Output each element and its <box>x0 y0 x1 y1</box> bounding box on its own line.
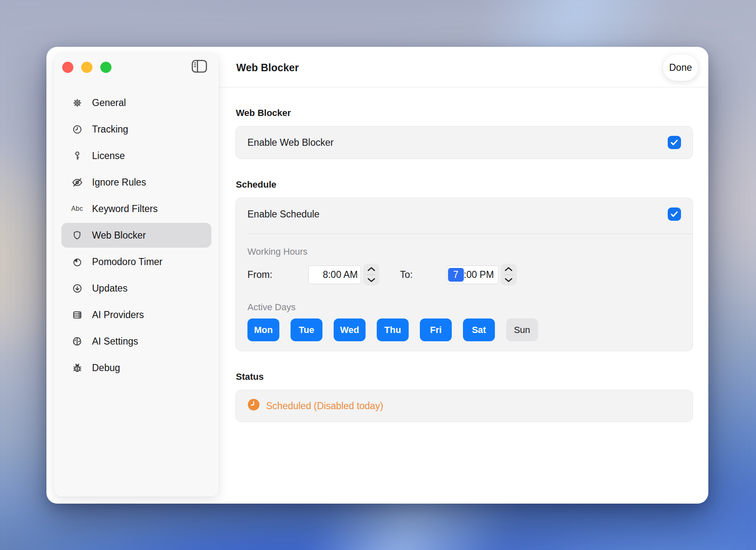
done-button[interactable]: Done <box>663 55 698 81</box>
day-button-fri[interactable]: Fri <box>420 318 452 341</box>
sidebar-toggle-icon <box>191 60 207 75</box>
close-window-button[interactable] <box>62 62 73 73</box>
sidebar-toggle-button[interactable] <box>191 60 207 74</box>
sidebar-item-updates[interactable]: Updates <box>61 276 211 301</box>
settings-window: Web Blocker Done Gen <box>46 47 708 504</box>
page-title: Web Blocker <box>236 62 299 74</box>
sidebar-item-license[interactable]: License <box>61 143 211 168</box>
sidebar-item-label: License <box>92 150 125 162</box>
sidebar-item-label: AI Settings <box>92 336 138 347</box>
day-button-sun[interactable]: Sun <box>506 318 538 341</box>
web-blocker-section-heading: Web Blocker <box>236 108 693 118</box>
from-label: From: <box>247 269 272 280</box>
sidebar-item-ai-providers[interactable]: AI Providers <box>61 302 211 327</box>
schedule-card-divider <box>248 234 693 234</box>
working-hours-row: From: 8:00 AM To: 7 :00 PM <box>247 264 681 285</box>
sidebar-item-label: Debug <box>92 362 120 374</box>
to-label: To: <box>400 269 413 280</box>
brain-icon <box>71 335 83 347</box>
schedule-section-heading: Schedule <box>236 179 693 190</box>
shield-icon <box>71 229 83 241</box>
day-button-sat[interactable]: Sat <box>463 318 495 341</box>
sidebar-item-general[interactable]: General <box>61 90 211 115</box>
sidebar-nav: GeneralTrackingLicenseIgnore RulesAbcKey… <box>61 90 211 382</box>
to-time-rest: :00 PM <box>464 269 494 280</box>
key-icon <box>71 150 83 162</box>
stepper-divider <box>504 275 514 275</box>
status-text: Scheduled (Disabled today) <box>266 400 383 412</box>
checkmark-icon <box>670 211 678 217</box>
sidebar-item-label: Tracking <box>92 124 128 135</box>
sidebar-item-label: Ignore Rules <box>92 177 146 188</box>
from-time-value: 8:00 AM <box>323 269 358 280</box>
sidebar-item-ignore-rules[interactable]: Ignore Rules <box>61 170 211 195</box>
eye-slash-icon <box>71 176 83 188</box>
day-button-tue[interactable]: Tue <box>291 318 322 341</box>
day-button-wed[interactable]: Wed <box>334 318 366 341</box>
enable-schedule-checkbox[interactable] <box>668 207 681 221</box>
from-time-stepper[interactable] <box>363 264 379 285</box>
sidebar-item-label: General <box>92 97 126 109</box>
to-time-stepper[interactable] <box>501 264 517 285</box>
arrow-down-circle-icon <box>71 282 83 294</box>
enable-web-blocker-row: Enable Web Blocker <box>236 126 693 159</box>
chevron-up-icon <box>367 267 376 271</box>
traffic-lights <box>62 62 111 73</box>
sidebar-item-label: Web Blocker <box>92 230 146 241</box>
day-button-thu[interactable]: Thu <box>377 318 409 341</box>
enable-schedule-row: Enable Schedule <box>236 198 693 230</box>
sidebar-item-tracking[interactable]: Tracking <box>61 117 211 142</box>
bug-icon <box>71 362 83 374</box>
status-card: Scheduled (Disabled today) <box>235 390 693 422</box>
sidebar: GeneralTrackingLicenseIgnore RulesAbcKey… <box>54 53 219 497</box>
main-content: Web Blocker Enable Web Blocker Schedule … <box>219 87 708 504</box>
to-time-field[interactable]: 7 :00 PM <box>447 265 499 284</box>
sidebar-item-keyword-filters[interactable]: AbcKeyword Filters <box>61 196 211 221</box>
chevron-down-icon <box>367 278 376 282</box>
sidebar-item-debug[interactable]: Debug <box>61 355 211 380</box>
status-section-heading: Status <box>236 371 693 382</box>
enable-web-blocker-label: Enable Web Blocker <box>247 137 334 148</box>
sidebar-item-ai-settings[interactable]: AI Settings <box>61 329 211 354</box>
server-icon <box>71 309 83 321</box>
sidebar-item-label: Keyword Filters <box>92 203 158 215</box>
day-button-mon[interactable]: Mon <box>247 318 279 341</box>
sidebar-item-web-blocker[interactable]: Web Blocker <box>61 223 211 248</box>
web-blocker-card: Enable Web Blocker <box>235 126 693 159</box>
chevron-up-icon <box>504 267 513 271</box>
to-time-selected-segment: 7 <box>448 268 464 282</box>
clock-status-icon <box>247 398 260 413</box>
gear-icon <box>71 96 83 109</box>
sidebar-item-pomodoro-timer[interactable]: Pomodoro Timer <box>61 249 211 274</box>
enable-schedule-label: Enable Schedule <box>247 209 320 220</box>
enable-web-blocker-checkbox[interactable] <box>668 136 681 149</box>
sidebar-item-label: Updates <box>92 283 128 294</box>
sidebar-item-label: AI Providers <box>92 309 144 321</box>
working-hours-label: Working Hours <box>247 246 681 257</box>
active-days-row: MonTueWedThuFriSatSun <box>247 318 681 341</box>
checkmark-icon <box>670 139 678 146</box>
abc-icon: Abc <box>71 203 83 215</box>
done-button-label: Done <box>669 62 692 73</box>
clock-icon <box>71 123 83 135</box>
minimize-window-button[interactable] <box>81 62 92 73</box>
stepper-divider <box>366 275 376 275</box>
chevron-down-icon <box>504 278 513 282</box>
zoom-window-button[interactable] <box>100 62 111 73</box>
status-row: Scheduled (Disabled today) <box>236 390 693 422</box>
timer-icon <box>71 256 83 268</box>
schedule-card: Enable Schedule Working Hours From: 8:00… <box>235 198 693 351</box>
active-days-label: Active Days <box>247 302 681 313</box>
from-time-field[interactable]: 8:00 AM <box>308 265 361 284</box>
sidebar-item-label: Pomodoro Timer <box>92 256 162 268</box>
